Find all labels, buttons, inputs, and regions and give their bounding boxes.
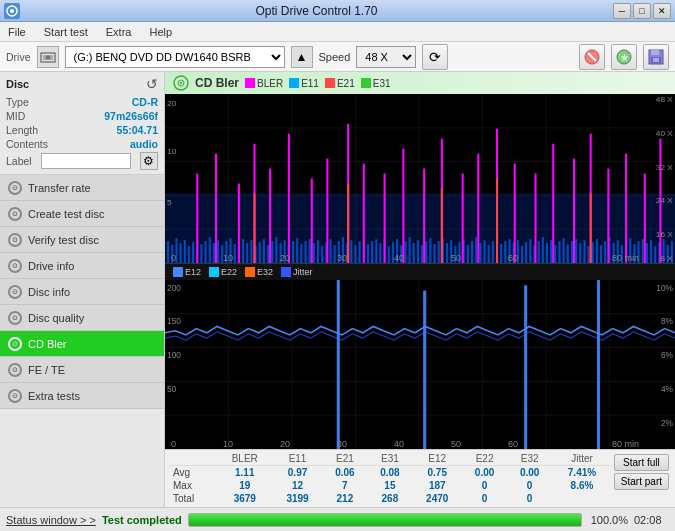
type-value: CD-R <box>132 96 158 108</box>
col-header-e11: E11 <box>273 452 323 466</box>
nav-cd-bler[interactable]: ⊙ CD Bler <box>0 331 164 357</box>
close-button[interactable]: ✕ <box>653 3 671 19</box>
svg-point-1 <box>10 9 14 13</box>
chart-title: CD Bler <box>195 76 239 90</box>
nav-transfer-rate[interactable]: ⊙ Transfer rate <box>0 175 164 201</box>
erase-icon[interactable] <box>579 44 605 70</box>
max-e11: 12 <box>273 479 323 492</box>
mid-value: 97m26s66f <box>104 110 158 122</box>
table-row-max: Max 19 12 7 15 187 0 0 8.6% <box>169 479 612 492</box>
nav-create-test-disc[interactable]: ⊙ Create test disc <box>0 201 164 227</box>
nav-disc-quality[interactable]: ⊙ Disc quality <box>0 305 164 331</box>
svg-point-5 <box>47 56 49 58</box>
svg-text:10: 10 <box>167 147 177 156</box>
max-e32: 0 <box>507 479 552 492</box>
speed-label: Speed <box>319 51 351 63</box>
data-table-area: BLER E11 E21 E31 E12 E22 E32 Jitter <box>165 449 675 507</box>
nav-fe-te[interactable]: ⊙ FE / TE <box>0 357 164 383</box>
eject-icon[interactable]: ▲ <box>291 46 313 68</box>
max-jitter: 8.6% <box>552 479 612 492</box>
avg-e22: 0.00 <box>462 466 507 480</box>
nav-items: ⊙ Transfer rate ⊙ Create test disc ⊙ Ver… <box>0 175 164 507</box>
svg-rect-13 <box>653 58 659 62</box>
label-input[interactable] <box>41 153 131 169</box>
nav-icon-disc: ⊙ <box>8 285 22 299</box>
max-bler: 19 <box>217 479 273 492</box>
disc-title: Disc <box>6 78 29 90</box>
row-max-label: Max <box>169 479 217 492</box>
total-e31: 268 <box>367 492 412 505</box>
nav-icon-quality: ⊙ <box>8 311 22 325</box>
label-settings-icon[interactable]: ⚙ <box>140 152 158 170</box>
status-window-link[interactable]: Status window > > <box>6 514 96 526</box>
svg-text:8 X: 8 X <box>660 254 673 263</box>
content-area: Disc ↺ Type CD-R MID 97m26s66f Length 55… <box>0 72 675 507</box>
nav-label-extra: Extra tests <box>28 390 80 402</box>
refresh-drive-icon[interactable]: ⟳ <box>422 44 448 70</box>
menu-file[interactable]: File <box>4 24 30 40</box>
avg-e12: 0.75 <box>412 466 462 480</box>
nav-label-drive: Drive info <box>28 260 74 272</box>
nav-icon-create: ⊙ <box>8 207 22 221</box>
total-e22: 0 <box>462 492 507 505</box>
svg-rect-177 <box>644 174 646 263</box>
avg-e32: 0.00 <box>507 466 552 480</box>
restore-button[interactable]: □ <box>633 3 651 19</box>
avg-jitter: 7.41% <box>552 466 612 480</box>
svg-text:150: 150 <box>167 316 181 326</box>
nav-disc-info[interactable]: ⊙ Disc info <box>0 279 164 305</box>
svg-rect-164 <box>402 149 404 263</box>
nav-icon-bler: ⊙ <box>8 337 22 351</box>
svg-text:200: 200 <box>167 283 181 293</box>
nav-label-bler: CD Bler <box>28 338 67 350</box>
nav-verify-test-disc[interactable]: ⊙ Verify test disc <box>0 227 164 253</box>
drive-icon <box>37 46 59 68</box>
max-e22: 0 <box>462 479 507 492</box>
start-part-button[interactable]: Start part <box>614 473 669 490</box>
svg-rect-205 <box>423 291 426 449</box>
svg-rect-159 <box>311 179 313 264</box>
minimize-button[interactable]: ─ <box>613 3 631 19</box>
svg-rect-172 <box>552 144 554 263</box>
contents-label: Contents <box>6 138 48 150</box>
svg-rect-182 <box>496 179 498 264</box>
burn-icon[interactable]: ★ <box>611 44 637 70</box>
nav-drive-info[interactable]: ⊙ Drive info <box>0 253 164 279</box>
svg-rect-167 <box>462 174 464 263</box>
right-panel: CD Bler BLER E11 E21 E31 <box>165 72 675 507</box>
time-display: 02:08 <box>634 514 669 526</box>
menu-extra[interactable]: Extra <box>102 24 136 40</box>
window-controls: ─ □ ✕ <box>613 3 671 19</box>
titlebar: Opti Drive Control 1.70 ─ □ ✕ <box>0 0 675 22</box>
svg-rect-180 <box>347 183 349 263</box>
svg-rect-146 <box>646 243 648 263</box>
col-header-e21: E21 <box>322 452 367 466</box>
svg-text:50: 50 <box>167 384 177 394</box>
nav-label-quality: Disc quality <box>28 312 84 324</box>
nav-extra-tests[interactable]: ⊙ Extra tests <box>0 383 164 409</box>
svg-rect-147 <box>650 240 652 263</box>
menu-start-test[interactable]: Start test <box>40 24 92 40</box>
save-icon[interactable] <box>643 44 669 70</box>
start-full-button[interactable]: Start full <box>614 454 669 471</box>
max-e12: 187 <box>412 479 462 492</box>
svg-rect-154 <box>215 154 217 263</box>
legend-bler: BLER <box>245 78 283 89</box>
drive-select[interactable]: (G:) BENQ DVD DD DW1640 BSRB <box>65 46 285 68</box>
table-row-total: Total 3679 3199 212 268 2470 0 0 <box>169 492 612 505</box>
menu-help[interactable]: Help <box>145 24 176 40</box>
disc-refresh-icon[interactable]: ↺ <box>146 76 158 92</box>
window-title: Opti Drive Control 1.70 <box>20 4 613 18</box>
svg-rect-168 <box>477 154 479 263</box>
col-header-jitter: Jitter <box>552 452 612 466</box>
progress-bar <box>188 513 582 527</box>
start-buttons: Start full Start part <box>612 452 671 505</box>
nav-icon-fete: ⊙ <box>8 363 22 377</box>
speed-select[interactable]: 48 X <box>356 46 416 68</box>
max-e21: 7 <box>322 479 367 492</box>
svg-rect-157 <box>269 169 271 263</box>
svg-rect-206 <box>524 285 527 449</box>
svg-rect-173 <box>573 159 575 263</box>
svg-rect-165 <box>423 169 425 263</box>
progress-percent: 100.0% <box>588 514 628 526</box>
